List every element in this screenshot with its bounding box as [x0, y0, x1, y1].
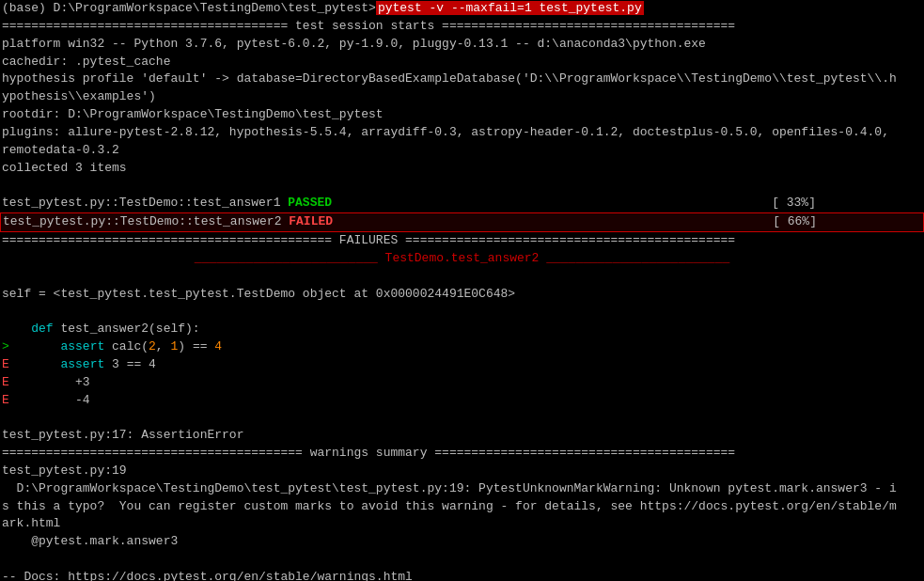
rootdir-line: rootdir: D:\ProgramWorkspace\TestingDemo… [0, 106, 924, 124]
prompt-line: (base) D:\ProgramWorkspace\TestingDemo\t… [0, 0, 924, 18]
warnings-line-5: @pytest.mark.answer3 [0, 533, 924, 551]
error-e-1: E [2, 357, 9, 371]
assert-keyword-2: assert [60, 357, 104, 371]
blank-4 [0, 409, 924, 427]
assertion-error-line: test_pytest.py:17: AssertionError [0, 427, 924, 445]
cachedir-line: cachedir: .pytest_cache [0, 54, 924, 71]
error-plus3-line: E +3 [0, 374, 924, 392]
assert-calc-line: > assert calc(2, 1) == 4 [0, 338, 924, 356]
blank-2 [0, 268, 924, 286]
test1-line: test_pytest.py::TestDemo::test_answer1 P… [0, 195, 924, 212]
platform-line: platform win32 -- Python 3.7.6, pytest-6… [0, 36, 924, 54]
self-line: self = <test_pytest.test_pytest.TestDemo… [0, 286, 924, 304]
error-e-2: E [2, 375, 9, 389]
separator-failures: ========================================… [0, 232, 924, 250]
collected-line: collected 3 items [0, 160, 924, 178]
test2-status: FAILED [289, 214, 333, 228]
warnings-line-1: test_pytest.py:19 [0, 463, 924, 480]
docs-line: -- Docs: https://docs.pytest.org/en/stab… [0, 569, 924, 581]
warnings-line-2: D:\ProgramWorkspace\TestingDemo\test_pyt… [0, 480, 924, 498]
test1-status: PASSED [288, 196, 332, 210]
separator-line-1: ======================================= … [0, 18, 924, 36]
plugins-line: plugins: allure-pytest-2.8.12, hypothesi… [0, 124, 924, 142]
hypothesis-line-2: ypothesis\\examples') [0, 88, 924, 106]
prompt-text: (base) D:\ProgramWorkspace\TestingDemo\t… [2, 1, 376, 15]
separator-warnings: ========================================… [0, 445, 924, 463]
testdemo-header: _________________________ TestDemo.test_… [0, 250, 924, 268]
error-minus4-line: E -4 [0, 392, 924, 410]
def-line: def test_answer2(self): [0, 321, 924, 338]
error-e-3: E [2, 393, 9, 407]
calc-arg2: 1 [170, 339, 178, 353]
def-keyword: def [31, 322, 53, 336]
assert-keyword-1: assert [60, 339, 104, 353]
test2-line: test_pytest.py::TestDemo::test_answer2 F… [0, 212, 924, 232]
command-input: pytest -v --maxfail=1 test_pytest.py [376, 1, 644, 15]
blank-1 [0, 177, 924, 195]
remotedata-line: remotedata-0.3.2 [0, 142, 924, 160]
blank-3 [0, 303, 924, 321]
hypothesis-line-1: hypothesis profile 'default' -> database… [0, 71, 924, 88]
blank-5 [0, 551, 924, 569]
error-assert-line: E assert 3 == 4 [0, 356, 924, 374]
terminal-window: (base) D:\ProgramWorkspace\TestingDemo\t… [0, 0, 924, 581]
calc-arg1: 2 [149, 339, 156, 353]
warnings-line-4: ark.html [0, 515, 924, 533]
warnings-line-3: s this a typo? You can register custom m… [0, 498, 924, 516]
test1-percent: [ 33%] [772, 196, 816, 210]
test2-percent: [ 66%] [773, 214, 817, 228]
expected-val: 4 [214, 339, 222, 353]
